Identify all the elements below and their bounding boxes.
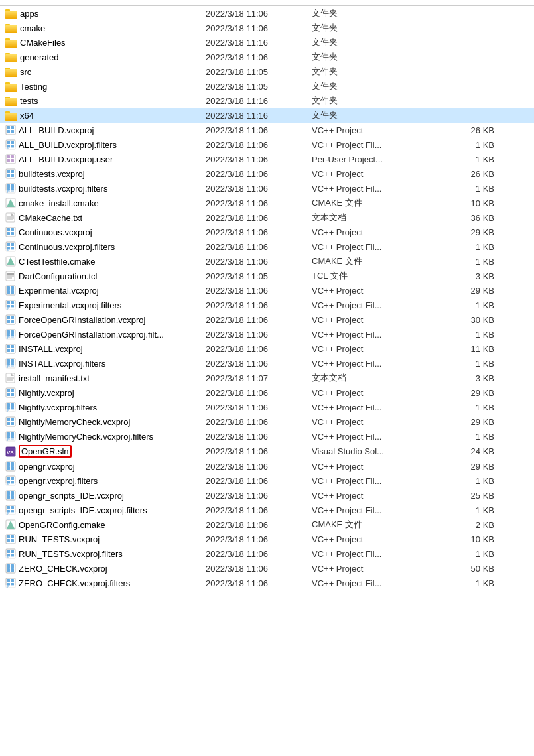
list-item[interactable]: CMakeFiles2022/3/18 11:16文件夹 <box>0 35 534 50</box>
list-item[interactable]: F ForceOpenGRInstallation.vcxproj.filt..… <box>0 327 534 342</box>
list-item[interactable]: CTestTestfile.cmake2022/3/18 11:06CMAKE … <box>0 254 534 269</box>
file-type: Per-User Project... <box>312 155 434 164</box>
column-header <box>0 0 534 6</box>
list-item[interactable]: F Nightly.vcxproj.filters2022/3/18 11:06… <box>0 400 534 414</box>
svg-text:F: F <box>7 248 9 252</box>
svg-text:F: F <box>7 555 9 559</box>
list-item[interactable]: F Continuous.vcxproj.filters2022/3/18 11… <box>0 239 534 254</box>
file-date: 2022/3/18 11:06 <box>206 9 312 19</box>
file-date: 2022/3/18 11:06 <box>206 403 312 412</box>
list-item[interactable]: F NightlyMemoryCheck.vcxproj.filters2022… <box>0 429 534 444</box>
file-name-cell: F INSTALL.vcxproj.filters <box>0 358 206 369</box>
svg-rect-20 <box>5 98 17 106</box>
list-item[interactable]: ForceOpenGRInstallation.vcxproj2022/3/18… <box>0 312 534 327</box>
list-item[interactable]: ZERO_CHECK.vcxproj2022/3/18 11:06VC++ Pr… <box>0 561 534 576</box>
svg-rect-30 <box>7 141 10 144</box>
file-date: 2022/3/18 11:05 <box>206 82 312 92</box>
svg-rect-102 <box>7 345 10 348</box>
folder-icon <box>5 37 17 48</box>
file-type: VC++ Project Fil... <box>312 140 434 150</box>
file-name-cell: OpenGRConfig.cmake <box>0 519 206 530</box>
svg-rect-121 <box>11 393 14 396</box>
file-size: 26 KB <box>434 125 501 135</box>
list-item[interactable]: Experimental.vcxproj2022/3/18 11:06VC++ … <box>0 283 534 298</box>
list-item[interactable]: Nightly.vcxproj2022/3/18 11:06VC++ Proje… <box>0 385 534 400</box>
list-item[interactable]: VS OpenGR.sln2022/3/18 11:06Visual Studi… <box>0 444 534 459</box>
list-item[interactable]: ALL_BUILD.vcxproj.user2022/3/18 11:06Per… <box>0 152 534 166</box>
list-item[interactable]: tests2022/3/18 11:16文件夹 <box>0 94 534 108</box>
list-item[interactable]: NightlyMemoryCheck.vcxproj2022/3/18 11:0… <box>0 414 534 429</box>
list-item[interactable]: F RUN_TESTS.vcxproj.filters2022/3/18 11:… <box>0 546 534 561</box>
file-name-cell: src <box>0 66 206 77</box>
list-item[interactable]: x642022/3/18 11:16文件夹 <box>0 108 534 123</box>
list-item[interactable]: F INSTALL.vcxproj.filters2022/3/18 11:06… <box>0 356 534 371</box>
svg-rect-61 <box>11 228 14 231</box>
list-item[interactable]: apps2022/3/18 11:06文件夹 <box>0 6 534 21</box>
list-item[interactable]: cmake_install.cmake2022/3/18 11:06CMAKE … <box>0 196 534 210</box>
vcxproj-filters-icon: F <box>5 402 16 412</box>
list-item[interactable]: src2022/3/18 11:05文件夹 <box>0 64 534 79</box>
list-item[interactable]: Testing2022/3/18 11:05文件夹 <box>0 79 534 94</box>
svg-rect-5 <box>5 25 17 33</box>
svg-rect-188 <box>11 579 14 582</box>
vcxproj-filters-icon: F <box>5 241 16 252</box>
svg-rect-26 <box>11 126 14 129</box>
svg-rect-31 <box>11 141 14 144</box>
svg-rect-23 <box>5 113 17 121</box>
svg-rect-96 <box>11 330 14 334</box>
list-item[interactable]: generated2022/3/18 11:06文件夹 <box>0 50 534 64</box>
vcxproj-icon <box>5 168 16 179</box>
svg-text:VS: VS <box>7 450 14 456</box>
vcxproj-icon <box>5 416 16 427</box>
file-name-text: ForceOpenGRInstallation.vcxproj.filt... <box>19 330 164 340</box>
list-item[interactable]: F ALL_BUILD.vcxproj.filters2022/3/18 11:… <box>0 137 534 152</box>
svg-rect-17 <box>5 84 17 92</box>
file-name-cell: apps <box>0 8 206 19</box>
file-date: 2022/3/18 11:06 <box>206 184 312 194</box>
folder-icon <box>5 81 17 92</box>
file-name-text: ZERO_CHECK.vcxproj <box>19 564 107 574</box>
file-type: VC++ Project Fil... <box>312 403 434 412</box>
svg-rect-14 <box>5 69 17 77</box>
list-item[interactable]: F opengr.vcxproj.filters2022/3/18 11:06V… <box>0 473 534 488</box>
svg-rect-135 <box>7 432 10 436</box>
file-name-cell: F ALL_BUILD.vcxproj.filters <box>0 139 206 150</box>
svg-rect-144 <box>7 462 10 466</box>
file-type: VC++ Project Fil... <box>312 578 434 588</box>
list-item[interactable]: install_manifest.txt2022/3/18 11:07文本文档3… <box>0 371 534 385</box>
list-item[interactable]: F Experimental.vcxproj.filters2022/3/18 … <box>0 298 534 312</box>
file-name-cell: Testing <box>0 81 206 92</box>
list-item[interactable]: F opengr_scripts_IDE.vcxproj.filters2022… <box>0 503 534 517</box>
list-item[interactable]: RUN_TESTS.vcxproj2022/3/18 11:06VC++ Pro… <box>0 532 534 546</box>
list-item[interactable]: ALL_BUILD.vcxproj2022/3/18 11:06VC++ Pro… <box>0 123 534 137</box>
svg-rect-81 <box>11 290 14 294</box>
svg-rect-183 <box>11 564 14 568</box>
list-item[interactable]: opengr.vcxproj2022/3/18 11:06VC++ Projec… <box>0 459 534 473</box>
list-item[interactable]: cmake2022/3/18 11:06文件夹 <box>0 21 534 35</box>
list-item[interactable]: OpenGRConfig.cmake2022/3/18 11:06CMAKE 文… <box>0 517 534 532</box>
list-item[interactable]: Continuous.vcxproj2022/3/18 11:06VC++ Pr… <box>0 225 534 239</box>
vcxproj-icon <box>5 387 16 398</box>
file-date: 2022/3/18 11:06 <box>206 446 312 456</box>
svg-rect-43 <box>11 170 14 173</box>
svg-rect-171 <box>11 535 14 538</box>
list-item[interactable]: F ZERO_CHECK.vcxproj.filters2022/3/18 11… <box>0 576 534 590</box>
folder-icon <box>5 110 17 121</box>
file-date: 2022/3/18 11:06 <box>206 388 312 398</box>
list-item[interactable]: opengr_scripts_IDE.vcxproj2022/3/18 11:0… <box>0 488 534 503</box>
file-name-cell: opengr_scripts_IDE.vcxproj <box>0 490 206 501</box>
file-size: 1 KB <box>434 549 501 559</box>
file-date: 2022/3/18 11:06 <box>206 52 312 62</box>
list-item[interactable]: DartConfiguration.tcl2022/3/18 11:05TCL … <box>0 269 534 283</box>
vcxproj-icon <box>5 285 16 296</box>
svg-text:F: F <box>7 190 9 194</box>
list-item[interactable]: CMakeCache.txt2022/3/18 11:06文本文档36 KB <box>0 210 534 225</box>
sln-icon: VS <box>5 446 16 457</box>
list-item[interactable]: INSTALL.vcxproj2022/3/18 11:06VC++ Proje… <box>0 342 534 356</box>
txt-icon <box>5 373 16 383</box>
file-name-text: generated <box>20 52 59 62</box>
list-item[interactable]: buildtests.vcxproj2022/3/18 11:06VC++ Pr… <box>0 166 534 181</box>
file-name-cell: x64 <box>0 110 206 121</box>
cmake-icon <box>5 198 16 208</box>
list-item[interactable]: F buildtests.vcxproj.filters2022/3/18 11… <box>0 181 534 196</box>
